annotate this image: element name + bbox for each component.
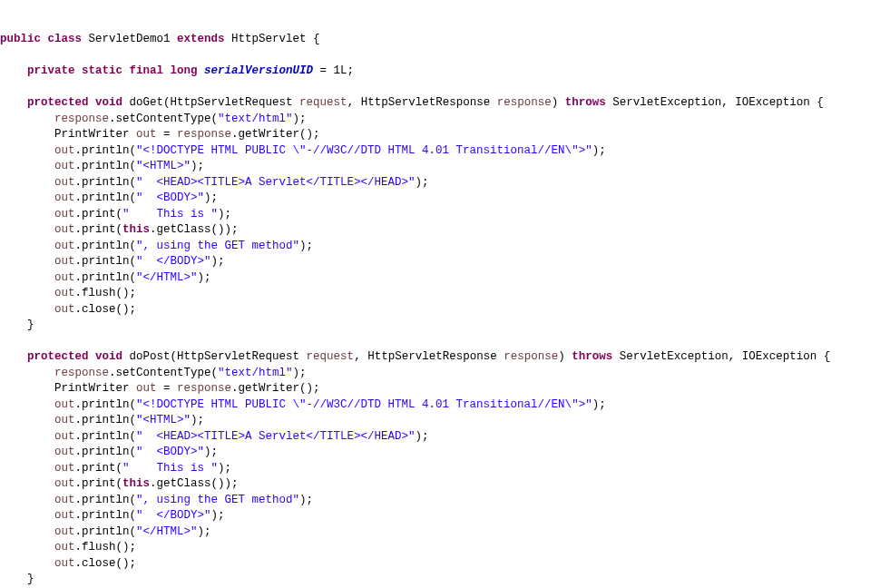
var-out-2j: out bbox=[54, 541, 75, 554]
type-pw-1: PrintWriter bbox=[54, 128, 130, 141]
kw-this-2: this bbox=[122, 477, 150, 490]
arg-request-2: request bbox=[307, 350, 355, 363]
str-thisis-2: " This is " bbox=[122, 462, 218, 475]
str-head-2: " <HEAD><TITLE>A Servlet</TITLE></HEAD>" bbox=[136, 430, 416, 443]
println-2g: .println( bbox=[75, 494, 137, 506]
println-2a: .println( bbox=[75, 398, 137, 411]
getclass-1: .getClass()); bbox=[150, 223, 239, 236]
var-out-1k: out bbox=[54, 303, 75, 316]
eq-1: = bbox=[157, 128, 178, 141]
dopost-sig-2: , HttpServletResponse bbox=[354, 350, 497, 363]
end-1e: ); bbox=[218, 208, 231, 220]
var-response-1: response bbox=[54, 113, 109, 125]
close-paren-1: ) bbox=[552, 96, 559, 109]
end-2: ); bbox=[293, 367, 307, 379]
var-out-2h: out bbox=[54, 509, 75, 522]
end-1g: ); bbox=[299, 240, 313, 252]
kw-throws-1: throws bbox=[565, 96, 606, 109]
end-2a: ); bbox=[592, 398, 606, 411]
var-out-decl-1: out bbox=[136, 128, 157, 141]
str-html-1: "<HTML>" bbox=[136, 160, 191, 172]
println-1a: .println( bbox=[75, 144, 137, 157]
str-head-1: " <HEAD><TITLE>A Servlet</TITLE></HEAD>" bbox=[136, 176, 416, 189]
var-out-1d: out bbox=[54, 191, 75, 204]
kw-protected-void-1: protected void bbox=[27, 96, 122, 109]
var-out-2f: out bbox=[54, 477, 75, 490]
end-2g: ); bbox=[299, 494, 313, 506]
println-1d: .println( bbox=[75, 191, 137, 204]
var-out-2d: out bbox=[54, 446, 75, 458]
kw-throws-2: throws bbox=[572, 350, 612, 363]
var-out-1b: out bbox=[54, 160, 75, 172]
str-ehtml-2: "</HTML>" bbox=[136, 525, 198, 538]
close-paren-2: ) bbox=[558, 350, 565, 363]
str-thisis-1: " This is " bbox=[122, 208, 218, 220]
println-2h: .println( bbox=[75, 509, 137, 522]
kw-extends: extends bbox=[177, 33, 225, 45]
end-2i: ); bbox=[198, 525, 211, 538]
println-2c: .println( bbox=[75, 430, 137, 443]
str-body-1: " <BODY>" bbox=[136, 191, 204, 204]
str-html-2: "<HTML>" bbox=[136, 414, 191, 426]
field-uid: serialVersionUID bbox=[204, 64, 313, 77]
dopost-sig-1: doPost(HttpServletRequest bbox=[130, 350, 300, 363]
end-2e: ); bbox=[218, 462, 231, 475]
class-name: ServletDemo1 bbox=[89, 33, 171, 45]
str-ebody-1: " </BODY>" bbox=[136, 255, 211, 268]
flush-2: .flush(); bbox=[75, 541, 137, 554]
var-out-2a: out bbox=[54, 398, 75, 411]
var-response-1b: response bbox=[177, 128, 231, 141]
var-out-2e: out bbox=[54, 462, 75, 475]
var-out-1a: out bbox=[54, 144, 75, 157]
str-ebody-2: " </BODY>" bbox=[136, 509, 211, 522]
println-1g: .println( bbox=[75, 240, 137, 252]
setct-2: .setContentType( bbox=[109, 367, 218, 379]
flush-1: .flush(); bbox=[75, 287, 137, 299]
brace-close-get: } bbox=[27, 318, 34, 331]
println-1h: .println( bbox=[75, 255, 137, 268]
kw-this-1: this bbox=[122, 223, 150, 236]
arg-response-1: response bbox=[497, 96, 552, 109]
uid-assign: = 1L; bbox=[313, 64, 354, 77]
kw-psfl: private static final long bbox=[27, 64, 198, 77]
kw-protected-void-2: protected void bbox=[27, 350, 122, 363]
setct-1: .setContentType( bbox=[109, 113, 218, 125]
str-ehtml-1: "</HTML>" bbox=[136, 271, 198, 284]
println-2i: .println( bbox=[75, 525, 137, 538]
end-2c: ); bbox=[416, 430, 429, 443]
str-doctype-1: "<!DOCTYPE HTML PUBLIC \"-//W3C//DTD HTM… bbox=[136, 144, 592, 157]
arg-request-1: request bbox=[299, 96, 347, 109]
doget-sig-1: doGet(HttpServletRequest bbox=[130, 96, 293, 109]
var-out-1c: out bbox=[54, 176, 75, 189]
var-out-1i: out bbox=[54, 271, 75, 284]
var-out-decl-2: out bbox=[136, 382, 157, 395]
println-1i: .println( bbox=[75, 271, 137, 284]
var-out-1f: out bbox=[54, 223, 75, 236]
var-out-2g: out bbox=[54, 494, 75, 506]
brace-close-post: } bbox=[27, 573, 34, 585]
end-1b: ); bbox=[191, 160, 204, 172]
close-1: .close(); bbox=[75, 303, 137, 316]
str-texthtml-2: "text/html" bbox=[218, 367, 293, 379]
end-1i: ); bbox=[198, 271, 211, 284]
throws-list-2: ServletException, IOException { bbox=[620, 350, 831, 363]
str-doctype-2: "<!DOCTYPE HTML PUBLIC \"-//W3C//DTD HTM… bbox=[136, 398, 592, 411]
print-1e: .print( bbox=[75, 208, 123, 220]
close-2: .close(); bbox=[75, 557, 137, 570]
var-response-2: response bbox=[54, 367, 109, 379]
getwriter-1: .getWriter(); bbox=[231, 128, 320, 141]
end-1h: ); bbox=[211, 255, 225, 268]
arg-response-2: response bbox=[504, 350, 558, 363]
end-2h: ); bbox=[211, 509, 225, 522]
end-1d: ); bbox=[204, 191, 218, 204]
getwriter-2: .getWriter(); bbox=[231, 382, 320, 395]
end-2b: ); bbox=[191, 414, 204, 426]
var-out-1e: out bbox=[54, 208, 75, 220]
end-1: ); bbox=[293, 113, 307, 125]
end-1a: ); bbox=[592, 144, 606, 157]
var-response-2b: response bbox=[177, 382, 231, 395]
print-1f: .print( bbox=[75, 223, 123, 236]
var-out-2b: out bbox=[54, 414, 75, 426]
str-body-2: " <BODY>" bbox=[136, 446, 204, 458]
println-2d: .println( bbox=[75, 446, 137, 458]
